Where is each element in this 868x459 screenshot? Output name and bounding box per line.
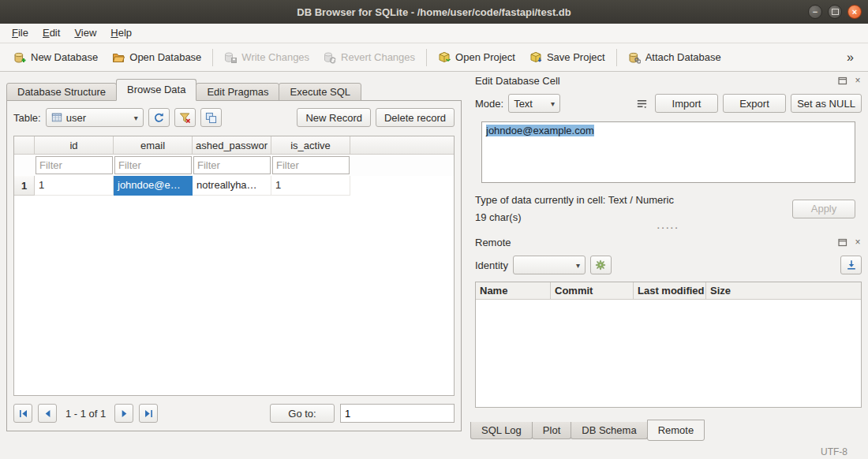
menu-help[interactable]: Help <box>103 24 139 43</box>
new-database-label: New Database <box>31 51 98 63</box>
minimize-button[interactable]: − <box>808 5 822 19</box>
remote-clone-button[interactable] <box>840 256 862 274</box>
mode-select-value: Text <box>514 98 533 110</box>
filter-input-hashed-password[interactable] <box>193 156 271 174</box>
menu-edit[interactable]: Edit <box>36 24 67 43</box>
remote-column-last-modified[interactable]: Last modified <box>634 282 706 299</box>
table-popup-button[interactable] <box>200 108 222 127</box>
toolbar-separator <box>212 49 213 66</box>
main-tab-panel: Database Structure Browse Data Edit Prag… <box>6 79 462 431</box>
editcell-close-button[interactable]: × <box>852 76 863 86</box>
status-bar: UTF-8 <box>0 445 868 459</box>
remote-close-button[interactable]: × <box>852 237 863 248</box>
editcell-float-button[interactable] <box>837 76 848 86</box>
row-number-header[interactable]: 1 <box>14 176 35 196</box>
open-database-icon <box>112 51 125 64</box>
tab-db-schema[interactable]: DB Schema <box>571 422 647 439</box>
export-button[interactable]: Export <box>723 94 786 113</box>
attach-database-icon <box>628 51 641 64</box>
previous-record-icon <box>43 409 53 419</box>
pagination-status: 1 - 1 of 1 <box>65 408 106 420</box>
remote-float-button[interactable] <box>837 237 848 248</box>
remote-column-size[interactable]: Size <box>706 282 861 299</box>
revert-changes-icon <box>324 51 336 64</box>
remote-table-body <box>476 300 861 407</box>
tab-remote[interactable]: Remote <box>647 420 705 441</box>
edit-cell-dock-title: Edit Database Cell × <box>469 71 868 88</box>
identity-select[interactable]: ▾ <box>513 256 586 274</box>
set-as-null-button[interactable]: Set as NULL <box>791 94 862 113</box>
tab-database-structure[interactable]: Database Structure <box>6 83 117 101</box>
tab-execute-sql[interactable]: Execute SQL <box>279 83 361 101</box>
browse-data-pane: Table: user ▾ New Record Delete record <box>6 100 462 431</box>
remote-column-name[interactable]: Name <box>476 282 551 299</box>
main-toolbar: New Database Open Database Write Changes… <box>0 43 868 72</box>
filter-input-is-active[interactable] <box>272 156 350 174</box>
last-record-icon <box>144 409 154 419</box>
text-format-button[interactable] <box>633 95 650 112</box>
next-record-button[interactable] <box>114 404 133 423</box>
cell-info-area: Type of data currently in cell: Text / N… <box>475 194 855 223</box>
tab-plot[interactable]: Plot <box>532 422 571 439</box>
clear-filter-icon <box>179 112 191 124</box>
open-database-button[interactable]: Open Database <box>105 47 208 69</box>
filter-input-email[interactable] <box>114 156 192 174</box>
column-header-hashed-password[interactable]: ashed_passwor <box>193 136 271 154</box>
new-database-icon <box>13 51 26 64</box>
open-project-button[interactable]: Open Project <box>431 47 522 69</box>
column-header-email[interactable]: email <box>114 136 193 154</box>
previous-record-button[interactable] <box>38 404 57 423</box>
table-row: 1 1 johndoe@e… notreallyha… 1 <box>14 176 454 196</box>
table-icon <box>51 112 62 123</box>
goto-button[interactable]: Go to: <box>270 404 335 423</box>
corner-header-cell[interactable] <box>14 136 35 154</box>
attach-database-label: Attach Database <box>645 51 721 63</box>
remote-identity-row: Identity ▾ <box>475 255 862 275</box>
save-project-button[interactable]: Save Project <box>522 47 612 69</box>
close-button[interactable]: × <box>847 5 862 19</box>
maximize-button[interactable] <box>828 5 842 19</box>
column-header-id[interactable]: id <box>35 136 114 154</box>
clear-filters-button[interactable] <box>174 108 196 127</box>
column-header-is-active[interactable]: is_active <box>271 136 350 154</box>
new-record-button[interactable]: New Record <box>297 108 371 127</box>
first-record-button[interactable] <box>13 404 32 423</box>
chevron-down-icon: ▾ <box>551 99 555 108</box>
mode-label: Mode: <box>475 98 503 110</box>
last-record-button[interactable] <box>139 404 158 423</box>
browse-controls: Table: user ▾ New Record Delete record <box>13 107 455 128</box>
new-database-button[interactable]: New Database <box>6 47 105 69</box>
goto-input[interactable] <box>340 404 455 423</box>
cell-editor[interactable]: johndoe@example.com <box>481 121 855 183</box>
cell-is-active[interactable]: 1 <box>271 176 350 196</box>
tab-sql-log[interactable]: SQL Log <box>470 422 533 439</box>
cell-email-selected[interactable]: johndoe@e… <box>114 176 193 196</box>
cell-hashed-password[interactable]: notreallyha… <box>193 176 271 196</box>
edit-cell-toolbar: Mode: Text ▾ Import Export Set as NULL <box>475 93 862 114</box>
mode-select[interactable]: Text ▾ <box>508 94 560 113</box>
menu-file[interactable]: File <box>5 24 36 43</box>
table-select[interactable]: user ▾ <box>46 108 144 127</box>
remote-column-commit[interactable]: Commit <box>551 282 634 299</box>
save-project-label: Save Project <box>547 51 605 63</box>
import-button[interactable]: Import <box>655 94 718 113</box>
title-bar[interactable]: DB Browser for SQLite - /home/user/code/… <box>0 0 868 24</box>
gear-icon <box>595 259 606 271</box>
cell-id[interactable]: 1 <box>35 176 114 196</box>
attach-database-button[interactable]: Attach Database <box>621 47 728 69</box>
identity-settings-button[interactable] <box>590 256 612 274</box>
tab-browse-data[interactable]: Browse Data <box>116 79 196 101</box>
save-project-icon <box>529 51 542 64</box>
text-lines-icon <box>636 98 648 110</box>
bottom-dock-tabs: SQL Log Plot DB Schema Remote <box>470 422 704 441</box>
open-project-label: Open Project <box>455 51 515 63</box>
filter-input-id[interactable] <box>36 156 113 174</box>
delete-record-button[interactable]: Delete record <box>376 108 455 127</box>
table-copy-icon <box>205 112 217 124</box>
dock-splitter-handle[interactable]: ····· <box>469 223 868 233</box>
remote-table-header: Name Commit Last modified Size <box>476 282 861 300</box>
menu-view[interactable]: View <box>67 24 103 43</box>
toolbar-overflow-button[interactable]: » <box>839 50 862 65</box>
refresh-button[interactable] <box>148 108 170 127</box>
tab-edit-pragmas[interactable]: Edit Pragmas <box>196 83 279 101</box>
